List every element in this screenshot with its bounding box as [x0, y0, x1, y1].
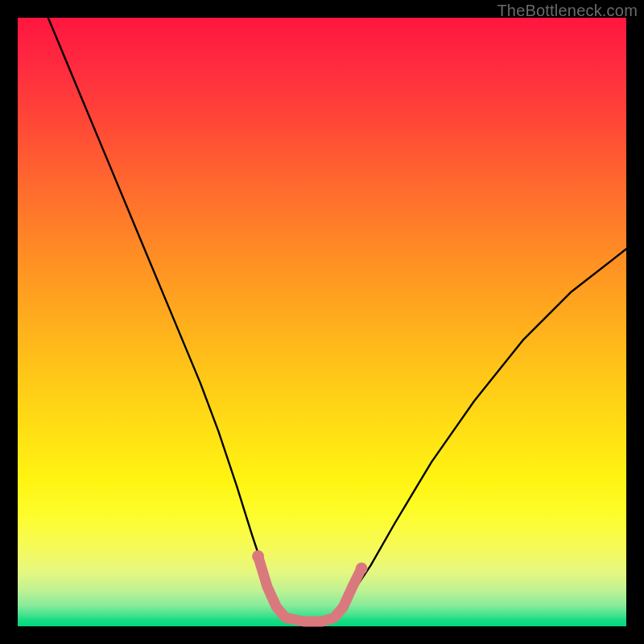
black-curve — [48, 18, 626, 621]
pink-flat-segment — [258, 556, 362, 621]
chart-svg — [18, 18, 626, 626]
pink-dot-left — [252, 551, 264, 563]
chart-plot-area — [18, 18, 626, 626]
chart-frame: TheBottleneck.com — [0, 0, 644, 644]
pink-dot-right — [356, 563, 368, 575]
